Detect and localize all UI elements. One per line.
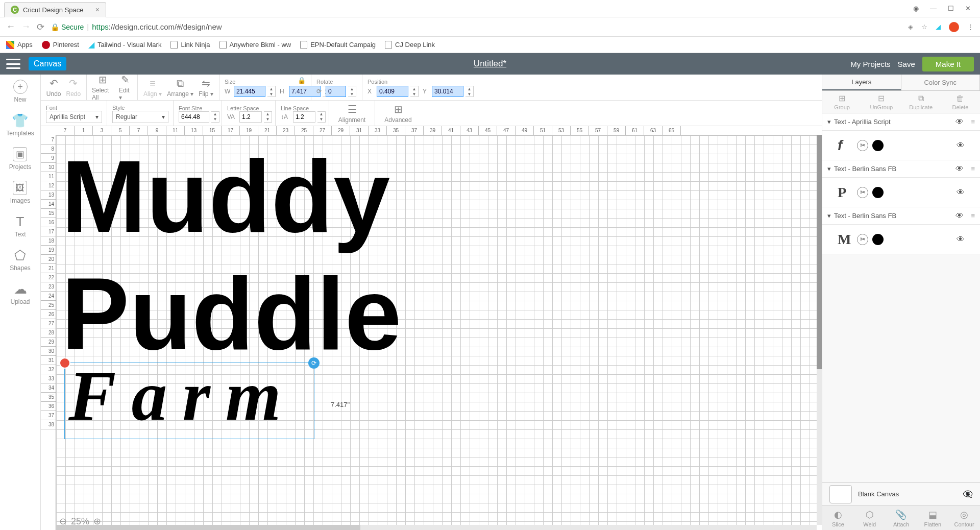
tab-layers[interactable]: Layers [822, 75, 901, 90]
reload-icon[interactable]: ⟳ [37, 21, 44, 33]
text-puddle[interactable]: Puddle [61, 263, 402, 365]
browser-tab[interactable]: C Cricut Design Space × [4, 2, 106, 17]
reorder-icon[interactable]: ≡ [971, 212, 975, 220]
advanced-button[interactable]: ⊞Advanced [384, 103, 411, 124]
group-button[interactable]: ⊞Group [822, 91, 862, 113]
scrollbar-horizontal[interactable] [56, 525, 817, 530]
canvas-swatch[interactable] [829, 485, 852, 503]
flip-dropdown[interactable]: ⇋Flip ▾ [199, 77, 213, 98]
close-window-icon[interactable]: ✕ [965, 5, 971, 12]
canvas[interactable]: 7135791113151719212325272931333537394143… [41, 126, 822, 530]
tailwind-ext-icon[interactable]: ◢ [936, 23, 941, 31]
selection-box[interactable]: ⟳ 7.417" [64, 363, 314, 439]
bookmark-linkninja[interactable]: Link Ninja [170, 41, 210, 49]
contour-button[interactable]: ◎Contour [948, 506, 980, 530]
y-spinner[interactable]: ▲▼ [465, 86, 474, 97]
layer-header[interactable]: ▾Text - Berlin Sans FB👁≡ [822, 160, 980, 178]
text-muddy[interactable]: Muddy [61, 146, 390, 248]
canvas-label[interactable]: Canvas [29, 57, 66, 70]
make-it-button[interactable]: Make It [922, 57, 974, 71]
visibility-icon[interactable]: 👁 [955, 164, 964, 174]
menu-icon[interactable] [6, 59, 20, 69]
tool-projects[interactable]: ▣Projects [9, 147, 31, 171]
visibility-icon[interactable]: 👁 [955, 117, 964, 127]
layer-item[interactable]: M✂👁 [822, 225, 980, 254]
line-space-input[interactable] [293, 111, 315, 123]
duplicate-button[interactable]: ⧉Duplicate [901, 91, 941, 113]
bookmark-tailwind[interactable]: ◢Tailwind - Visual Mark [88, 40, 161, 50]
visibility-icon[interactable]: 👁 [955, 211, 964, 221]
ruler-horizontal: 7135791113151719212325272931333537394143… [56, 126, 822, 135]
visibility-off-icon[interactable]: 👁‍🗨 [963, 489, 973, 499]
back-icon[interactable]: ← [6, 21, 15, 32]
align-dropdown[interactable]: ≡Align ▾ [143, 78, 162, 98]
visibility-icon[interactable]: 👁 [957, 188, 965, 197]
fs-spinner[interactable]: ▲▼ [211, 111, 219, 123]
my-projects-link[interactable]: My Projects [850, 60, 890, 68]
style-dropdown[interactable]: Regular▾ [112, 111, 168, 123]
minimize-icon[interactable]: — [930, 5, 937, 12]
reorder-icon[interactable]: ≡ [971, 165, 975, 173]
left-toolbar: +New 👕Templates ▣Projects 🖼Images TText … [0, 75, 41, 530]
redo-button[interactable]: ↷Redo [66, 77, 81, 98]
reorder-icon[interactable]: ≡ [971, 118, 975, 126]
tool-shapes[interactable]: ⬠Shapes [10, 248, 31, 272]
lns-spinner[interactable]: ▲▼ [317, 111, 326, 123]
maximize-icon[interactable]: ☐ [948, 5, 954, 12]
flatten-button[interactable]: ⬓Flatten [917, 506, 948, 530]
account-icon[interactable]: ◉ [913, 5, 919, 12]
tool-images[interactable]: 🖼Images [10, 181, 30, 204]
letter-space-input[interactable] [239, 111, 262, 123]
tool-text[interactable]: TText [13, 214, 28, 238]
x-input[interactable] [377, 86, 408, 97]
layer-item[interactable]: P✂👁 [822, 178, 980, 207]
forward-icon[interactable]: → [21, 21, 31, 32]
pinterest-icon [42, 41, 50, 49]
delete-button[interactable]: 🗑Delete [941, 91, 980, 113]
attach-button[interactable]: 📎Attach [886, 506, 917, 530]
slice-button[interactable]: ◐Slice [822, 506, 854, 530]
lock-icon[interactable]: 🔒 [298, 77, 306, 84]
document-title[interactable]: Untitled* [474, 59, 506, 69]
visibility-icon[interactable]: 👁 [957, 141, 965, 150]
star-icon[interactable]: ☆ [921, 23, 927, 31]
select-all-button[interactable]: ⊞Select All [92, 74, 114, 101]
more-icon[interactable]: ⋮ [967, 23, 974, 31]
width-input[interactable] [234, 86, 265, 97]
delete-handle[interactable] [59, 357, 70, 369]
undo-button[interactable]: ↶Undo [46, 77, 61, 98]
edit-dropdown[interactable]: ✎Edit ▾ [119, 74, 132, 101]
bookmark-anywhere[interactable]: Anywhere Bkml - ww [219, 41, 291, 49]
bookmark-apps[interactable]: Apps [6, 41, 33, 49]
rotate-handle[interactable]: ⟳ [308, 357, 320, 369]
tab-color-sync[interactable]: Color Sync [901, 75, 981, 90]
x-spinner[interactable]: ▲▼ [410, 86, 419, 97]
width-spinner[interactable]: ▲▼ [267, 86, 276, 97]
ls-spinner[interactable]: ▲▼ [264, 111, 272, 123]
rotate-input[interactable] [326, 86, 346, 97]
layer-header[interactable]: ▾Text - Berlin Sans FB👁≡ [822, 207, 980, 225]
tool-new[interactable]: +New [13, 80, 28, 103]
layer-header[interactable]: ▾Text - Aprillia Script👁≡ [822, 113, 980, 131]
stumbleupon-ext-icon[interactable] [949, 22, 959, 32]
bookmark-cj[interactable]: CJ Deep Link [385, 41, 435, 49]
layer-item[interactable]: f✂👁 [822, 131, 980, 160]
font-size-input[interactable] [179, 111, 209, 123]
tool-templates[interactable]: 👕Templates [6, 113, 34, 137]
visibility-icon[interactable]: 👁 [957, 235, 965, 244]
save-button[interactable]: Save [898, 60, 915, 68]
close-icon[interactable]: × [95, 6, 100, 14]
tool-upload[interactable]: ☁Upload [10, 282, 30, 305]
address-bar[interactable]: 🔒 Secure | https://design.cricut.com/#/d… [51, 22, 897, 31]
scrollbar-vertical[interactable] [817, 135, 822, 525]
bookmark-this-icon[interactable]: ◈ [908, 23, 913, 31]
weld-button[interactable]: ⬡Weld [854, 506, 886, 530]
bookmark-pinterest[interactable]: Pinterest [42, 41, 79, 49]
rotate-spinner[interactable]: ▲▼ [348, 86, 356, 97]
ungroup-button[interactable]: ⊟UnGroup [862, 91, 901, 113]
bookmark-epn[interactable]: EPN-Default Campaig [300, 41, 376, 49]
alignment-button[interactable]: ☰Alignment [338, 103, 365, 124]
font-dropdown[interactable]: Aprillia Script▾ [46, 111, 102, 123]
y-input[interactable] [432, 86, 463, 97]
arrange-dropdown[interactable]: ⧉Arrange ▾ [167, 78, 193, 98]
